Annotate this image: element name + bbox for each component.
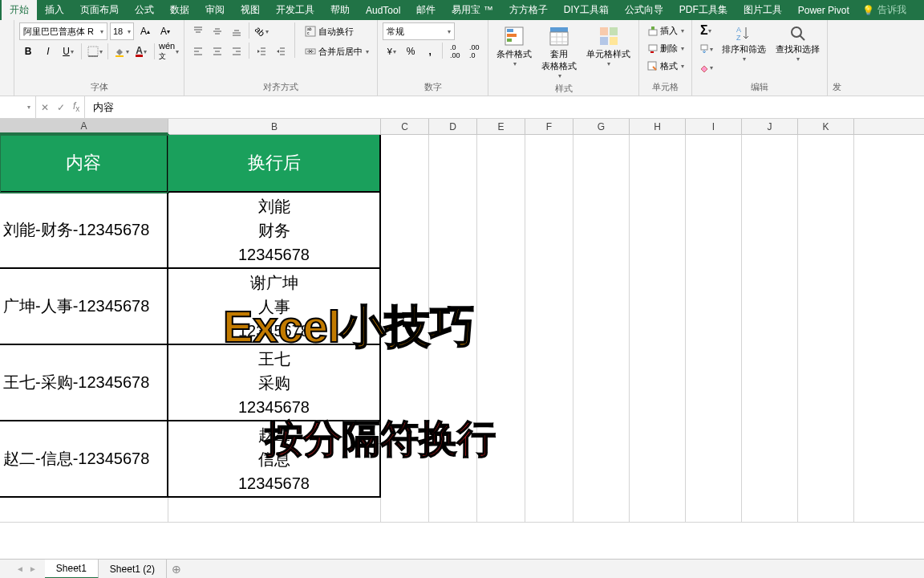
col-header-k[interactable]: K: [798, 119, 854, 134]
sheet-tab-2[interactable]: Sheet1 (2): [99, 560, 167, 579]
fill-button[interactable]: ▾: [697, 41, 715, 57]
align-bottom-button[interactable]: [228, 22, 245, 40]
delete-cells-button[interactable]: 删除▾: [644, 40, 687, 56]
font-color-button[interactable]: A ▾: [132, 43, 150, 60]
tab-yiyongbao[interactable]: 易用宝 ™: [444, 0, 500, 20]
comma-button[interactable]: ,: [421, 43, 439, 60]
align-top-button[interactable]: [189, 22, 207, 40]
font-size-select[interactable]: 18▾: [110, 22, 134, 40]
svg-text:Z: Z: [736, 34, 741, 42]
cell-a5[interactable]: 赵二-信息-12345678: [0, 421, 168, 498]
phonetic-button[interactable]: wén文▾: [159, 43, 179, 60]
sort-filter-button[interactable]: AZ 排序和筛选▾: [719, 22, 768, 64]
cell-h1[interactable]: [630, 135, 686, 193]
col-header-c[interactable]: C: [381, 119, 429, 134]
accounting-format-button[interactable]: ¥▾: [383, 43, 400, 60]
insert-cells-button[interactable]: 插入▾: [644, 22, 687, 39]
cell-f1[interactable]: [525, 135, 573, 193]
formula-input[interactable]: [85, 101, 924, 113]
col-header-e[interactable]: E: [477, 119, 525, 134]
tab-review[interactable]: 审阅: [197, 0, 233, 20]
wrap-text-button[interactable]: abc 自动换行: [302, 22, 372, 40]
align-center-button[interactable]: [209, 43, 226, 60]
cell-k1[interactable]: [798, 135, 854, 193]
col-header-j[interactable]: J: [742, 119, 798, 134]
cell-j1[interactable]: [742, 135, 798, 193]
conditional-format-button[interactable]: 条件格式▾: [493, 22, 535, 69]
new-sheet-button[interactable]: ⊕: [167, 563, 186, 576]
tab-view[interactable]: 视图: [233, 0, 268, 20]
percent-button[interactable]: %: [402, 43, 419, 60]
table-format-button[interactable]: 套用 表格格式▾: [538, 22, 580, 81]
cell-a2[interactable]: 刘能-财务-12345678: [0, 193, 168, 269]
cell-style-button[interactable]: 单元格样式▾: [583, 22, 634, 69]
align-middle-button[interactable]: [209, 22, 226, 40]
tab-powerpivot[interactable]: Power Pivot: [790, 0, 857, 20]
tab-help[interactable]: 帮助: [322, 0, 358, 20]
name-box-input[interactable]: [5, 102, 27, 113]
sheet-tab-1[interactable]: Sheet1: [45, 560, 99, 579]
col-header-g[interactable]: G: [573, 119, 630, 134]
sheet-nav[interactable]: ◄►: [16, 564, 37, 573]
autosum-button[interactable]: Σ▾: [697, 22, 715, 39]
col-header-i[interactable]: I: [686, 119, 742, 134]
col-header-h[interactable]: H: [630, 119, 686, 134]
cell-empty-b[interactable]: [168, 498, 381, 522]
tab-image[interactable]: 图片工具: [736, 0, 790, 20]
cell-a4[interactable]: 王七-采购-12345678: [0, 345, 168, 421]
tab-mail[interactable]: 邮件: [408, 0, 444, 20]
align-left-button[interactable]: [189, 43, 207, 60]
font-name-select[interactable]: 阿里巴巴普惠体 R▾: [19, 22, 107, 40]
underline-button[interactable]: U▾: [59, 43, 77, 60]
tab-developer[interactable]: 开发工具: [268, 0, 322, 20]
indent-decrease-button[interactable]: [253, 43, 270, 60]
name-box[interactable]: ▾: [0, 96, 36, 118]
col-header-b[interactable]: B: [168, 119, 381, 134]
clear-button[interactable]: ▾: [697, 59, 715, 75]
tab-insert[interactable]: 插入: [37, 0, 72, 20]
increase-font-button[interactable]: A▴: [136, 22, 154, 40]
tab-audtool[interactable]: AudTool: [358, 0, 408, 20]
cell-a1[interactable]: 内容: [0, 135, 168, 193]
tab-ffgz[interactable]: 方方格子: [501, 0, 556, 20]
format-cells-button[interactable]: 格式▾: [644, 58, 687, 74]
increase-decimal-button[interactable]: .0.00: [446, 43, 464, 60]
merge-center-button[interactable]: 合并后居中▾: [302, 43, 372, 60]
insert-function-button[interactable]: fx: [73, 100, 79, 113]
align-right-button[interactable]: [228, 43, 245, 60]
cell-e1[interactable]: [477, 135, 525, 193]
decrease-decimal-button[interactable]: .00.0: [465, 43, 483, 60]
cell-b2[interactable]: 刘能财务12345678: [168, 193, 381, 269]
col-header-f[interactable]: F: [525, 119, 573, 134]
border-icon: [87, 46, 99, 57]
italic-button[interactable]: I: [39, 43, 57, 60]
number-format-select[interactable]: 常规▾: [383, 22, 455, 40]
cell-b1[interactable]: 换行后: [168, 135, 381, 193]
tab-layout[interactable]: 页面布局: [72, 0, 127, 20]
indent-increase-button[interactable]: [272, 43, 290, 60]
bold-button[interactable]: B: [19, 43, 37, 60]
cell-a3[interactable]: 广坤-人事-12345678: [0, 269, 168, 345]
tab-diy[interactable]: DIY工具箱: [556, 0, 617, 20]
col-header-a[interactable]: A: [0, 119, 168, 134]
cell-i1[interactable]: [686, 135, 742, 193]
col-header-d[interactable]: D: [429, 119, 477, 134]
tab-formulas[interactable]: 公式: [127, 0, 162, 20]
cancel-formula-button[interactable]: ✕: [41, 102, 49, 113]
tell-me[interactable]: 💡 告诉我: [862, 3, 906, 17]
fill-color-button[interactable]: ▾: [112, 43, 130, 60]
tab-fwizard[interactable]: 公式向导: [617, 0, 671, 20]
cell-empty-a[interactable]: [0, 498, 168, 522]
find-select-button[interactable]: 查找和选择▾: [773, 22, 822, 64]
tab-home[interactable]: 开始: [2, 0, 37, 20]
orientation-button[interactable]: ab▾: [253, 22, 270, 40]
decrease-font-button[interactable]: A▾: [156, 22, 174, 40]
tab-data[interactable]: 数据: [162, 0, 197, 20]
fill-down-icon: [699, 44, 709, 54]
tab-pdf[interactable]: PDF工具集: [671, 0, 736, 20]
cell-d1[interactable]: [429, 135, 477, 193]
border-button[interactable]: ▾: [86, 43, 103, 60]
cell-g1[interactable]: [573, 135, 630, 193]
accept-formula-button[interactable]: ✓: [57, 102, 65, 113]
cell-c1[interactable]: [381, 135, 429, 193]
